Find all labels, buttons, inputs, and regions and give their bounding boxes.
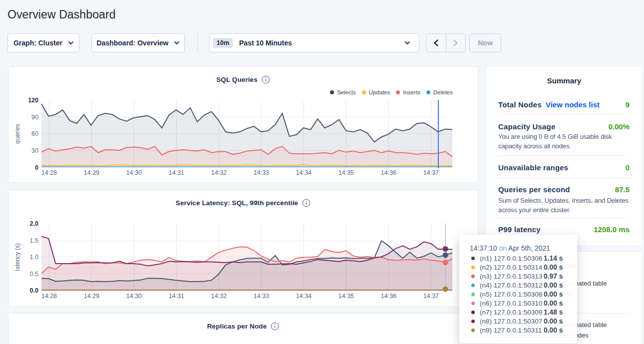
- svg-text:14:37: 14:37: [423, 169, 439, 176]
- svg-text:14:30: 14:30: [126, 293, 142, 300]
- svg-text:0.5: 0.5: [30, 271, 38, 278]
- svg-text:14:28: 14:28: [41, 293, 57, 300]
- svg-text:14:31: 14:31: [169, 293, 184, 300]
- svg-text:14:34: 14:34: [296, 169, 312, 176]
- svg-text:14:37: 14:37: [423, 293, 439, 300]
- svg-text:14:36: 14:36: [381, 293, 396, 300]
- svg-text:14:35: 14:35: [338, 169, 354, 176]
- svg-text:30: 30: [31, 147, 38, 154]
- svg-text:14:28: 14:28: [41, 169, 57, 176]
- svg-text:14:29: 14:29: [84, 169, 99, 176]
- svg-text:120: 120: [28, 97, 38, 104]
- svg-text:latency (s): latency (s): [14, 243, 21, 271]
- svg-text:90: 90: [31, 114, 38, 121]
- svg-text:14:29: 14:29: [84, 293, 99, 300]
- svg-text:60: 60: [31, 130, 38, 137]
- svg-text:14:32: 14:32: [211, 169, 227, 176]
- svg-text:14:30: 14:30: [126, 169, 142, 176]
- svg-text:14:31: 14:31: [169, 169, 184, 176]
- svg-text:queries: queries: [14, 124, 21, 143]
- svg-text:0.0: 0.0: [30, 287, 38, 294]
- svg-text:2.0: 2.0: [30, 220, 38, 227]
- svg-text:14:35: 14:35: [338, 293, 354, 300]
- svg-text:14:33: 14:33: [254, 293, 269, 300]
- svg-text:14:34: 14:34: [296, 293, 312, 300]
- svg-text:14:36: 14:36: [381, 169, 396, 176]
- svg-text:14:32: 14:32: [211, 293, 227, 300]
- svg-text:1.5: 1.5: [30, 237, 38, 244]
- svg-text:0: 0: [35, 164, 38, 171]
- svg-text:1.0: 1.0: [30, 254, 38, 261]
- svg-text:14:33: 14:33: [254, 169, 269, 176]
